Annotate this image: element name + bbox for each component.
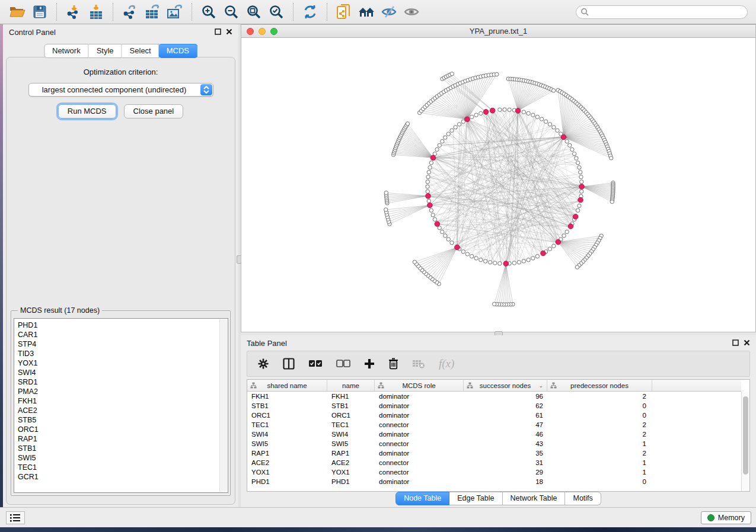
deselect-all-icon[interactable] (336, 360, 350, 368)
table-cell: PHD1 (327, 478, 375, 485)
search-field[interactable] (576, 5, 748, 19)
criterion-dropdown[interactable]: largest connected component (undirected) (28, 83, 213, 97)
delete-column-trash-icon[interactable] (388, 358, 398, 370)
column-header-name[interactable]: name (327, 380, 375, 391)
apply-layout-icon[interactable] (301, 4, 319, 20)
table-cell: 1 (547, 459, 652, 466)
mcds-result-item[interactable]: YOX1 (18, 358, 228, 368)
close-panel-icon[interactable] (744, 338, 750, 348)
mcds-result-item[interactable]: SWI4 (18, 368, 228, 377)
export-network-icon[interactable] (121, 4, 139, 20)
mcds-result-item[interactable]: STB1 (18, 444, 228, 453)
mcds-result-item[interactable]: STB5 (18, 415, 228, 425)
table-row[interactable]: SWI4SWI4dominator462 (247, 430, 741, 439)
status-bar: Memory (0, 507, 756, 527)
tab-select[interactable]: Select (122, 44, 160, 58)
mcds-result-item[interactable]: FKH1 (18, 396, 228, 406)
network-window-titlebar[interactable]: YPA_prune.txt_1 (241, 25, 755, 38)
float-panel-icon[interactable] (215, 27, 221, 37)
control-panel-title: Control Panel (3, 28, 56, 37)
close-panel-button[interactable]: Close panel (124, 104, 184, 118)
open-session-icon[interactable] (8, 4, 26, 20)
tab-edge-table[interactable]: Edge Table (449, 492, 502, 505)
list-icon (10, 514, 21, 522)
import-table-icon[interactable] (87, 4, 105, 20)
tab-network-table[interactable]: Network Table (503, 492, 566, 505)
table-row[interactable]: PHD1PHD1dominator180 (247, 477, 741, 486)
memory-button[interactable]: Memory (701, 511, 751, 524)
function-builder-icon-disabled: f(x) (439, 357, 454, 370)
zoom-in-icon[interactable] (200, 4, 218, 20)
node-table[interactable]: shared name name MCDS role successor nod… (247, 379, 750, 492)
mcds-result-item[interactable]: PHD1 (18, 321, 228, 330)
tab-node-table[interactable]: Node Table (395, 492, 449, 505)
table-row[interactable]: ORC1ORC1dominator610 (247, 411, 741, 420)
tab-network[interactable]: Network (44, 44, 89, 58)
zoom-fit-icon[interactable] (245, 4, 263, 20)
mcds-tab-content: Optimization criterion: largest connecte… (6, 57, 235, 505)
zoom-selected-icon[interactable] (267, 4, 285, 20)
mcds-result-item[interactable]: ACE2 (18, 406, 228, 415)
search-input[interactable] (589, 7, 747, 18)
table-cell: 2 (547, 393, 652, 400)
table-cell: ORC1 (247, 412, 327, 419)
tab-style[interactable]: Style (89, 44, 122, 58)
table-row[interactable]: ACE2ACE2connector311 (247, 458, 741, 467)
export-table-icon[interactable] (143, 4, 161, 20)
table-row[interactable]: STB1STB1dominator620 (247, 401, 741, 411)
show-all-networks-icon[interactable] (358, 4, 375, 20)
scrollbar-thumb[interactable] (743, 396, 748, 475)
tab-motifs[interactable]: Motifs (565, 492, 601, 505)
run-mcds-button[interactable]: Run MCDS (58, 104, 116, 118)
mcds-result-item[interactable]: SWI5 (18, 453, 228, 463)
mcds-result-item[interactable]: PMA2 (18, 387, 228, 396)
mcds-result-item[interactable]: SRD1 (18, 377, 228, 387)
table-settings-gear-icon[interactable] (257, 358, 269, 370)
show-hidden-eye-icon[interactable] (403, 4, 420, 20)
network-canvas[interactable] (241, 38, 755, 332)
zoom-out-icon[interactable] (222, 4, 240, 20)
task-history-button[interactable] (6, 511, 25, 524)
table-row[interactable]: SWI5SWI5connector431 (247, 439, 741, 448)
table-cell: dominator (375, 431, 464, 438)
network-graph[interactable] (241, 38, 755, 332)
show-columns-icon[interactable] (283, 358, 295, 370)
create-column-plus-icon[interactable] (364, 358, 375, 369)
desktop-wallpaper-bottom (0, 527, 756, 532)
table-scrollbar[interactable] (741, 392, 749, 491)
mcds-result-item[interactable]: TEC1 (18, 463, 228, 472)
table-cell: connector (375, 469, 464, 476)
table-row[interactable]: FKH1FKH1dominator962 (247, 392, 741, 401)
select-all-icon[interactable] (308, 360, 323, 368)
optimization-criterion-label: Optimization criterion: (7, 68, 235, 76)
table-cell: PHD1 (247, 478, 327, 485)
table-cell: SWI5 (327, 440, 375, 447)
column-header-mcds-role[interactable]: MCDS role (375, 380, 464, 391)
table-row[interactable]: RAP1RAP1dominator352 (247, 448, 741, 458)
table-row[interactable]: TEC1TEC1connector472 (247, 420, 741, 430)
column-header-shared-name[interactable]: shared name (247, 380, 327, 391)
table-cell: SWI4 (247, 431, 327, 438)
mcds-result-groupbox: MCDS result (17 nodes) PHD1CAR1STP4TID3Y… (11, 310, 231, 496)
hide-selected-eye-icon[interactable] (380, 4, 398, 20)
mcds-result-item[interactable]: STP4 (18, 339, 228, 349)
tab-mcds[interactable]: MCDS (159, 44, 197, 58)
column-header-predecessor-nodes[interactable]: predecessor nodes (547, 380, 652, 391)
export-image-icon[interactable] (166, 4, 184, 20)
mcds-result-item[interactable]: RAP1 (18, 434, 228, 444)
network-from-file-icon[interactable] (335, 4, 353, 20)
mcds-result-item[interactable]: TID3 (18, 349, 228, 358)
mcds-result-item[interactable]: CAR1 (18, 330, 228, 339)
mcds-result-item[interactable]: GCR1 (18, 472, 228, 482)
mcds-result-list[interactable]: PHD1CAR1STP4TID3YOX1SWI4SRD1PMA2FKH1ACE2… (14, 318, 228, 493)
table-tabs: Node Table Edge Table Network Table Moti… (241, 492, 756, 507)
close-panel-icon[interactable] (226, 27, 232, 37)
table-row[interactable]: YOX1YOX1connector291 (247, 467, 741, 477)
float-panel-icon[interactable] (732, 338, 739, 348)
import-network-icon[interactable] (65, 4, 82, 20)
criterion-value: largest connected component (undirected) (42, 85, 187, 94)
column-header-successor-nodes[interactable]: successor nodes ⌄ (464, 380, 547, 391)
mcds-list-scrollbar[interactable] (219, 319, 227, 492)
save-session-icon[interactable] (31, 4, 49, 20)
mcds-result-item[interactable]: ORC1 (18, 425, 228, 434)
